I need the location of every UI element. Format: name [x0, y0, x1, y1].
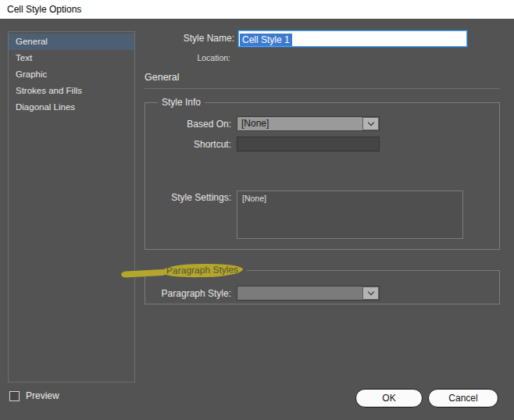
ok-button[interactable]: OK — [355, 389, 423, 408]
based-on-dropdown[interactable]: [None] — [237, 116, 380, 131]
marker-highlight-annotation: Paragraph Styles — [162, 263, 243, 278]
style-settings-box: [None] — [237, 190, 463, 239]
location-label: Location: — [145, 53, 230, 62]
cancel-button[interactable]: Cancel — [428, 389, 498, 408]
paragraph-styles-group-title: Paragraph Styles — [158, 264, 247, 277]
sidebar-item-text[interactable]: Text — [9, 50, 134, 66]
sidebar-list: General Text Graphic Strokes and Fills D… — [8, 31, 135, 383]
shortcut-row: Shortcut: — [153, 137, 491, 151]
cell-style-options-dialog: General Text Graphic Strokes and Fills D… — [0, 19, 514, 420]
general-section-title: General — [145, 72, 500, 89]
sidebar-item-diagonal-lines[interactable]: Diagonal Lines — [9, 99, 134, 116]
paragraph-style-row: Paragraph Style: — [153, 286, 491, 301]
based-on-row: Based On: [None] — [153, 116, 491, 131]
style-info-group-title: Style Info — [158, 97, 205, 108]
paragraph-style-dropdown[interactable] — [237, 286, 380, 301]
window-title: Cell Style Options — [0, 0, 514, 19]
style-name-selected-text: Cell Style 1 — [240, 34, 292, 47]
sidebar-item-general[interactable]: General — [9, 34, 134, 50]
shortcut-label: Shortcut: — [153, 139, 231, 150]
style-settings-value: [None] — [242, 194, 458, 203]
based-on-label: Based On: — [153, 119, 231, 130]
preview-checkbox[interactable] — [9, 391, 20, 401]
style-info-group: Style Info Based On: [None] Shortcut: St… — [145, 97, 500, 250]
chevron-down-icon[interactable] — [362, 287, 379, 300]
chevron-down-icon[interactable] — [362, 117, 379, 130]
style-name-label: Style Name: — [145, 33, 234, 44]
preview-label: Preview — [26, 390, 59, 401]
sidebar-item-strokes-and-fills[interactable]: Strokes and Fills — [9, 83, 134, 99]
paragraph-style-label: Paragraph Style: — [153, 288, 231, 299]
shortcut-input[interactable] — [237, 137, 380, 151]
style-settings-label: Style Settings: — [153, 190, 231, 203]
style-settings-row: Style Settings: [None] — [153, 190, 491, 239]
paragraph-style-value — [237, 287, 362, 300]
paragraph-styles-group: Paragraph Styles Paragraph Style: — [145, 264, 500, 304]
based-on-value: [None] — [237, 117, 362, 130]
preview-option: Preview — [9, 390, 59, 401]
sidebar-item-graphic[interactable]: Graphic — [9, 66, 134, 83]
window-titlebar: Cell Style Options — [0, 0, 514, 19]
style-name-input[interactable]: Cell Style 1 — [238, 30, 467, 47]
